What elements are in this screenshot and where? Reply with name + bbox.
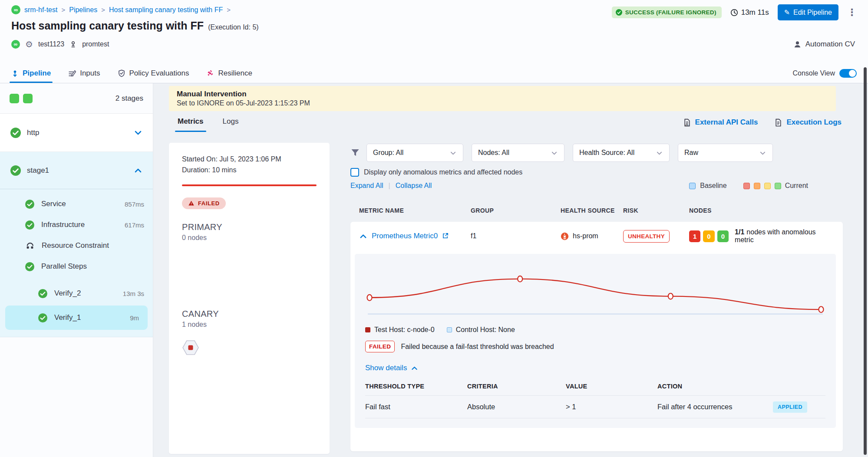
chevron-down-icon[interactable] [134, 128, 142, 137]
metric-line-chart [365, 260, 825, 323]
primary-node-count: 0 nodes [182, 234, 317, 242]
health-source-filter-select[interactable]: Health Source: All [573, 144, 670, 162]
chevron-up-icon [411, 365, 418, 372]
chevron-up-icon[interactable] [134, 166, 142, 175]
step-label: Resource Constraint [42, 241, 109, 250]
control-host-label: Control Host: None [456, 326, 515, 334]
value-cell: > 1 [566, 403, 657, 411]
spacer [0, 189, 153, 194]
step-infrastructure[interactable]: Infrastructure 617ms [0, 214, 153, 235]
metric-group-cell: f1 [471, 232, 561, 240]
monitored-service-icon [69, 41, 77, 48]
tab-pipeline[interactable]: Pipeline [11, 64, 51, 83]
sidebar-stage-stage1[interactable]: stage1 [0, 152, 153, 189]
group-filter-value: Group: All [373, 149, 449, 157]
tab-logs[interactable]: Logs [223, 117, 239, 132]
edit-pipeline-label: Edit Pipeline [793, 9, 832, 16]
node-count-red: 1 [689, 230, 700, 242]
breadcrumb-pipelines-link[interactable]: Pipelines [69, 6, 97, 14]
metric-name-cell: Prometheus Metric0 [359, 232, 471, 240]
tab-policy-evaluations-label: Policy Evaluations [129, 69, 189, 78]
header-actions: SUCCESS (FAILURE IGNORED) 13m 11s ✎ Edit… [612, 4, 857, 20]
threshold-type-cell: Fail fast [365, 403, 467, 411]
step-duration: 13m 3s [123, 290, 144, 297]
step-verify-2[interactable]: Verify_2 13m 3s [0, 283, 153, 304]
verification-summary-card: Started On: Jul 5, 2023 1:06 PM Duration… [169, 143, 330, 454]
file-icon [774, 118, 782, 127]
nodes-cell: 1 0 0 1/1nodes with anomalous metric [689, 228, 834, 244]
tab-pipeline-label: Pipeline [23, 69, 51, 78]
col-health-source: HEALTH SOURCE [561, 207, 623, 214]
tab-resilience-label: Resilience [218, 69, 252, 78]
chevron-down-icon [551, 149, 558, 157]
tab-resilience[interactable]: Resilience [206, 64, 252, 83]
console-view-label: Console View [792, 69, 835, 77]
duration: Duration: 10 mins [182, 165, 317, 176]
execution-id: (Execution Id: 5) [208, 23, 259, 31]
filter-funnel-icon[interactable] [350, 148, 360, 158]
step-service[interactable]: Service 857ms [0, 194, 153, 214]
step-label: Infrastructure [41, 220, 85, 229]
health-source-filter-value: Health Source: All [579, 149, 656, 157]
more-options-menu[interactable]: ⋮ [847, 8, 857, 17]
breadcrumb-pipeline-link[interactable]: Host sampling canary testing with FF [109, 6, 223, 14]
edit-pipeline-button[interactable]: ✎ Edit Pipeline [778, 4, 838, 20]
svg-text:API: API [685, 124, 689, 126]
group-filter-select[interactable]: Group: All [366, 144, 463, 162]
action-text: Fail after 4 occurrences [657, 403, 732, 411]
metric-name-link[interactable]: Prometheus Metric0 [372, 232, 438, 240]
metric-detail-card: Test Host: c-node-0 Control Host: None F… [355, 254, 836, 428]
stage-status-square [10, 94, 19, 103]
external-link-icon[interactable] [442, 233, 449, 240]
pipeline-icon [11, 70, 19, 77]
col-threshold-type: THRESHOLD TYPE [365, 383, 467, 390]
node-hexagon-icon [182, 340, 199, 355]
anomalous-metrics-checkbox[interactable] [350, 168, 359, 177]
step-verify-1-selected[interactable]: Verify_1 9m [5, 306, 148, 330]
collapse-chevron-up-icon[interactable] [359, 232, 367, 240]
current-swatch-green [775, 183, 781, 189]
progress-bar-failed [182, 184, 317, 186]
view-mode-select[interactable]: Raw [678, 144, 773, 162]
risk-cell: UNHEALTHY [623, 230, 689, 243]
nodes-filter-select[interactable]: Nodes: All [472, 144, 564, 162]
check-circle-icon [38, 313, 47, 322]
stage-summary-row: 2 stages [0, 83, 153, 114]
metric-row: Prometheus Metric0 f1 hs-prom UNHEALTHY … [350, 222, 843, 250]
step-label: Verify_1 [54, 313, 81, 322]
failed-status-pill: FAILED [182, 197, 226, 209]
threshold-table-row: Fail fast Absolute > 1 Fail after 4 occu… [365, 396, 825, 418]
vertical-scrollbar-thumb[interactable] [864, 67, 867, 455]
step-parallel-steps[interactable]: Parallel Steps [0, 256, 153, 277]
expand-all-link[interactable]: Expand All [350, 182, 383, 190]
canary-node-hexagon[interactable] [182, 340, 317, 357]
prometheus-icon [561, 232, 569, 240]
console-view-toggle[interactable] [839, 69, 857, 78]
step-resource-constraint[interactable]: Resource Constraint [0, 235, 153, 256]
metrics-table-header: METRIC NAME GROUP HEALTH SOURCE RISK NOD… [350, 207, 843, 214]
view-mode-value: Raw [684, 149, 759, 157]
execution-logs-link[interactable]: Execution Logs [774, 118, 842, 127]
elapsed-time: 13m 11s [730, 8, 769, 17]
collapse-all-link[interactable]: Collapse All [396, 182, 432, 190]
tab-metrics[interactable]: Metrics [178, 117, 204, 132]
shield-check-icon [118, 69, 125, 77]
control-host-legend: Control Host: None [447, 326, 515, 334]
tab-inputs[interactable]: Inputs [68, 64, 100, 83]
anomalous-checkbox-label: Display only anomalous metrics and affec… [364, 168, 522, 176]
queue-icon [25, 241, 35, 250]
sidebar-stage-http[interactable]: http [0, 114, 153, 152]
tab-inputs-label: Inputs [80, 69, 100, 78]
test-host-legend: Test Host: c-node-0 [365, 326, 435, 334]
external-api-calls-link[interactable]: API External API Calls [683, 118, 758, 127]
tab-policy-evaluations[interactable]: Policy Evaluations [118, 64, 189, 83]
threshold-table-header: THRESHOLD TYPE CRITERIA VALUE ACTION [365, 383, 825, 396]
nodes-summary: 1/1nodes with anomalous metric [735, 228, 834, 244]
show-details-link[interactable]: Show details [365, 364, 825, 372]
stage-count: 2 stages [116, 94, 143, 103]
spacer [0, 277, 153, 283]
breadcrumb-project-link[interactable]: srm-hf-test [24, 6, 57, 14]
breadcrumb: ∞ srm-hf-test > Pipelines > Host samplin… [11, 5, 231, 14]
status-badge: SUCCESS (FAILURE IGNORED) [612, 7, 722, 18]
check-circle-icon [10, 165, 21, 176]
